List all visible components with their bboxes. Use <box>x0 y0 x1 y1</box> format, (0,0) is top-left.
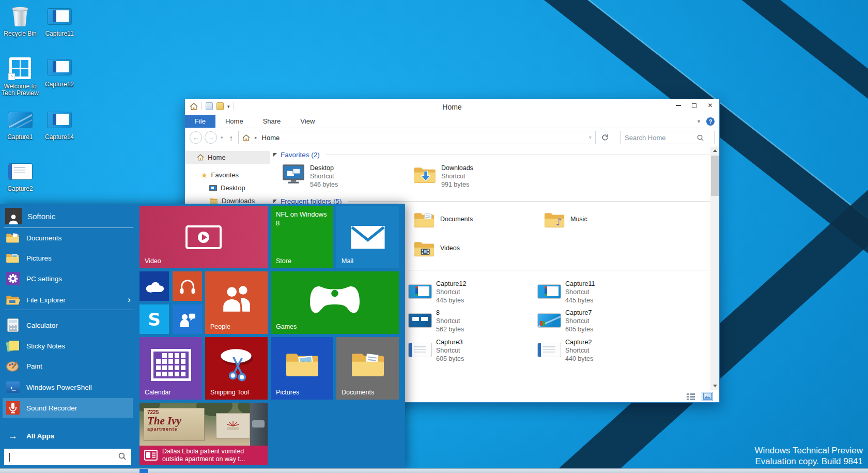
start-item-pc-settings[interactable]: PC settings <box>0 269 137 288</box>
minimize-button[interactable] <box>670 99 686 112</box>
file-thumbnail <box>409 343 431 357</box>
folder-item-videos[interactable]: Videos <box>413 240 436 257</box>
thumbnail-view-button[interactable] <box>702 392 713 401</box>
tile-label: Documents <box>342 389 374 396</box>
address-bar[interactable]: ▸ Home ˅ <box>238 131 596 144</box>
close-button[interactable]: ✕ <box>702 99 718 112</box>
nav-item-home[interactable]: Home <box>185 151 270 164</box>
file-item[interactable]: 8 Shortcut 562 bytes <box>409 309 464 333</box>
taskbar <box>0 468 868 473</box>
skype-icon: S <box>140 304 169 334</box>
file-item-desktop[interactable]: Desktop Shortcut 546 bytes <box>282 164 338 189</box>
search-input[interactable] <box>625 134 697 142</box>
nav-item-favorites[interactable]: ★ Favorites <box>185 169 270 181</box>
tile-calendar[interactable]: Calendar <box>140 337 202 400</box>
file-item[interactable]: Capture7 Shortcut 605 bytes <box>538 309 593 333</box>
tile-messaging[interactable] <box>173 304 202 334</box>
screenshot-thumbnail-icon <box>0 159 40 184</box>
file-item-downloads[interactable]: Downloads Shortcut 991 bytes <box>413 164 473 189</box>
address-dropdown-icon[interactable]: ˅ <box>589 135 592 140</box>
avatar[interactable] <box>5 208 22 224</box>
user-name: Softonic <box>27 212 55 221</box>
taskbar-item[interactable] <box>140 469 148 473</box>
people-icon <box>205 271 268 325</box>
file-item[interactable]: Capture11 Shortcut 445 bytes <box>538 280 595 304</box>
desktop-icon-welcome[interactable]: → Welcome to Tech Preview <box>0 55 40 97</box>
start-menu-search-input[interactable] <box>4 449 131 465</box>
desktop-icon-capture1[interactable]: Capture1 <box>0 108 40 141</box>
expand-ribbon-icon[interactable]: ▾ <box>698 118 700 124</box>
windows-flag-icon: → <box>0 55 40 82</box>
back-button[interactable]: ← <box>190 131 202 144</box>
search-icon[interactable] <box>118 452 126 462</box>
tile-video[interactable]: Video <box>140 206 268 268</box>
desktop-icon-capture14[interactable]: Capture14 <box>39 108 80 141</box>
tile-label: Store <box>276 257 291 265</box>
file-size: 445 bytes <box>436 296 466 304</box>
tile-mail[interactable]: Mail <box>336 206 399 268</box>
vertical-scrollbar[interactable] <box>710 147 719 390</box>
file-kind: Shortcut <box>436 346 464 355</box>
tile-news[interactable]: 7225 The Ivy apartments Dallas Ebola pat… <box>140 403 268 465</box>
start-item-sound-recorder[interactable]: Sound Recorder <box>3 398 133 418</box>
maximize-button[interactable] <box>686 99 702 112</box>
scroll-down-icon[interactable] <box>710 382 719 390</box>
tab-view[interactable]: View <box>290 115 324 128</box>
help-icon[interactable]: ? <box>706 117 715 126</box>
group-header-favorites[interactable]: Favorites (2) <box>273 150 710 159</box>
all-apps-button[interactable]: → All Apps <box>0 428 137 444</box>
start-item-file-explorer[interactable]: File Explorer › <box>0 290 137 310</box>
submenu-chevron-icon[interactable]: › <box>128 295 131 305</box>
desktop-icon-capture11[interactable]: Capture11 <box>39 4 80 37</box>
user-account[interactable]: Softonic <box>5 208 55 224</box>
tile-documents[interactable]: Documents <box>336 337 399 400</box>
details-view-button[interactable] <box>685 392 696 401</box>
tile-games[interactable]: Games <box>271 271 399 334</box>
start-item-documents[interactable]: Documents <box>0 228 137 248</box>
tile-snipping-tool[interactable]: Snipping Tool <box>205 337 268 400</box>
start-item-pictures[interactable]: Pictures <box>0 248 137 268</box>
start-item-paint[interactable]: Paint <box>0 356 137 376</box>
tile-music[interactable] <box>173 271 202 301</box>
file-item[interactable]: Capture12 Shortcut 445 bytes <box>409 280 466 304</box>
tile-onedrive[interactable] <box>140 271 169 301</box>
title-bar[interactable]: ▾ Home ✕ <box>185 99 719 115</box>
folder-item-music[interactable]: ♪ Music <box>543 211 566 228</box>
start-item-powershell[interactable]: ›_ Windows PowerShell <box>0 377 137 397</box>
up-button[interactable]: ↑ <box>227 133 236 142</box>
file-item[interactable]: Capture2 Shortcut 440 bytes <box>538 338 593 363</box>
file-name: 8 <box>436 309 464 317</box>
collapse-triangle-icon[interactable] <box>273 200 277 203</box>
search-icon[interactable] <box>697 134 704 141</box>
tile-store[interactable]: NFL on Windows 8 Store <box>271 206 333 268</box>
breadcrumb-chevron-icon[interactable]: ▸ <box>254 135 258 140</box>
breadcrumb[interactable]: Home <box>262 134 280 142</box>
tile-people[interactable]: People <box>205 271 268 334</box>
tile-pictures[interactable]: Pictures <box>271 337 333 400</box>
desktop-icon-capture12[interactable]: Capture12 <box>39 55 80 88</box>
tab-file[interactable]: File <box>185 115 215 128</box>
folder-item-documents[interactable]: Documents <box>413 211 436 228</box>
search-box[interactable] <box>620 131 715 144</box>
nav-item-desktop[interactable]: Desktop <box>185 181 270 194</box>
file-item[interactable]: Capture3 Shortcut 605 bytes <box>409 338 464 363</box>
tab-share[interactable]: Share <box>253 115 291 128</box>
collapse-triangle-icon[interactable] <box>273 153 277 157</box>
start-item-sticky-notes[interactable]: Sticky Notes <box>0 336 137 356</box>
file-name: Capture11 <box>565 280 595 288</box>
recent-locations-icon[interactable]: ▾ <box>220 135 224 140</box>
desktop-icon-recycle-bin[interactable]: Recycle Bin <box>0 4 40 37</box>
refresh-button[interactable] <box>598 131 612 144</box>
news-headline: Dallas Ebola patient vomited outside apa… <box>162 448 263 463</box>
favorites-star-icon: ★ <box>201 171 208 179</box>
tile-skype[interactable]: S <box>140 304 169 334</box>
desktop-icon-capture2[interactable]: Capture2 <box>0 159 40 192</box>
window-title: Home <box>185 103 719 111</box>
start-item-calculator[interactable]: Calculator <box>0 315 137 335</box>
news-banner: Dallas Ebola patient vomited outside apa… <box>140 446 268 465</box>
scroll-up-icon[interactable] <box>710 147 719 155</box>
tab-home[interactable]: Home <box>215 115 253 128</box>
scrollbar-thumb[interactable] <box>711 156 719 196</box>
start-item-label: Paint <box>26 362 42 370</box>
forward-button[interactable]: → <box>205 131 217 144</box>
